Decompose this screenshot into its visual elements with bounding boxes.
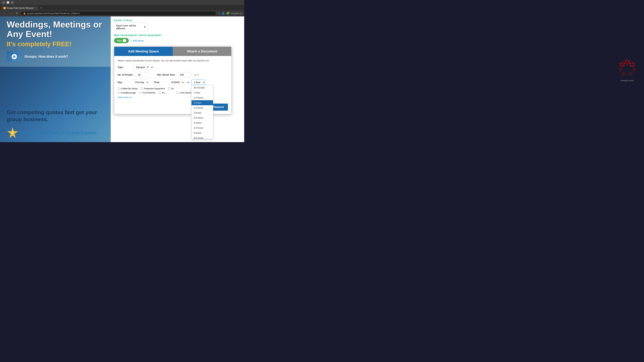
hero-text-overlay: Weddings, Meetings or Any Event! It's co… — [7, 20, 104, 62]
dropdown-item[interactable]: 1 hour — [192, 90, 213, 95]
maximize-button[interactable]: ⬜ — [6, 1, 10, 4]
type-row: Type: Banquet - 5' — [118, 64, 228, 70]
back-button[interactable]: ← — [2, 11, 7, 15]
dropdown-scroll[interactable]: 30 minutes1 hour1.5 hours2 hours2.5 hour… — [192, 85, 213, 139]
type-select[interactable]: Banquet - 5' — [134, 64, 154, 70]
food-label: Food/Beverage — [121, 91, 136, 94]
day-select[interactable]: First day — [133, 80, 149, 85]
add-more-button[interactable]: + Add More — [131, 39, 144, 42]
projection-label: Projection Equipment — [144, 87, 165, 90]
hero-bottom: Get competing quotes fast get your group… — [7, 109, 104, 139]
checkbox-coffee[interactable]: Coffee/Tea Setup — [118, 87, 138, 90]
dropdown-item[interactable]: 3 hours — [192, 110, 213, 115]
video-section: Groups: How does it work? — [7, 51, 104, 62]
address-actions: ☆ 👤 🧩 Incognito (2) — [218, 12, 242, 15]
modal-body: Attach a space specification to your req… — [114, 56, 231, 114]
bookmark-icon[interactable]: ☆ — [218, 12, 220, 15]
time-select[interactable]: 9:00AM — [169, 80, 184, 85]
toggle-yes-button[interactable]: YES — [114, 38, 129, 43]
whiteboard-checkbox[interactable] — [168, 87, 170, 90]
page-content: Weddings, Meetings or Any Event! It's co… — [0, 16, 244, 142]
expert-text: Experienced Team of Global Experts — [21, 130, 96, 135]
badge-star-svg: ✓ — [7, 127, 18, 139]
day-time-row: Day: First day Time: 9:00AM for 1 hour — [118, 80, 228, 85]
right-sidebar: ROOM TYPE(S) Each room will be different… — [111, 16, 244, 142]
food-checkbox[interactable] — [118, 92, 120, 94]
reload-button[interactable]: ↻ — [15, 11, 19, 15]
dropdown-item[interactable]: 4 hours — [192, 120, 213, 125]
dropdown-item[interactable]: 5.5 hours — [192, 135, 213, 139]
hero-title: Weddings, Meetings or Any Event! — [7, 20, 104, 39]
extensions-icon[interactable]: 🧩 — [226, 12, 230, 15]
people-room-row: No. of People: Min. Room Size: sq. ft. — [118, 72, 228, 77]
sq-ft-label: sq. ft. — [194, 73, 200, 76]
coffee-label: Coffee/Tea Setup — [121, 87, 138, 90]
day-label: Day: — [118, 81, 131, 84]
competing-quotes-text: Get competing quotes fast get your group… — [7, 109, 104, 123]
dropdown-item[interactable]: 1.5 hours — [192, 95, 213, 100]
video-thumbnail[interactable] — [7, 51, 22, 62]
po-label: Po... — [162, 91, 166, 94]
close-button[interactable]: ✕ — [11, 1, 14, 4]
tv-checkbox[interactable] — [139, 92, 141, 94]
checkbox-food[interactable]: Food/Beverage — [118, 91, 136, 94]
url-bar[interactable]: 🔒 groups.expedia.com/Group-Rate/?locale=… — [21, 11, 216, 15]
toggle-yes-label: YES — [117, 39, 122, 42]
projection-checkbox[interactable] — [141, 87, 143, 90]
dropdown-item[interactable]: 3.5 hours — [192, 115, 213, 120]
dropdown-item[interactable]: 30 minutes — [192, 85, 213, 90]
duration-select[interactable]: 1 hour — [191, 80, 205, 85]
people-input[interactable] — [136, 72, 150, 77]
meeting-label: MEETING/BANQUET SPACE REQUIRED? — [114, 34, 241, 36]
hero-free-text: It's completely FREE! — [7, 40, 104, 48]
forward-button[interactable]: → — [8, 11, 13, 15]
svg-text:✓: ✓ — [12, 131, 14, 135]
tab-favicon: Z — [3, 7, 6, 9]
checkbox-po[interactable]: Po... — [159, 91, 166, 94]
attach-document-tab[interactable]: Attach a Document — [173, 47, 231, 56]
dropdown-item[interactable]: 2.5 hours — [192, 105, 213, 110]
title-bar: — ⬜ ✕ — [0, 0, 244, 5]
type-label: Type: — [118, 66, 131, 68]
checkbox-projection[interactable]: Projection Equipment — [141, 87, 165, 90]
duration-wrapper: 1 hour 30 minutes1 hour1.5 hours2 hours2… — [191, 80, 205, 85]
new-tab-button[interactable]: + — [39, 6, 43, 10]
dropdown-item[interactable]: 4.5 hours — [192, 125, 213, 130]
whiteboard-label: W... — [172, 87, 175, 90]
room-size-input[interactable] — [178, 72, 191, 77]
po-checkbox[interactable] — [159, 92, 161, 94]
show-more-button[interactable]: Show more (+) — [118, 96, 132, 98]
for-label: for — [187, 81, 190, 84]
meeting-toggle-row: YES + Add More — [114, 38, 241, 43]
room-type-value: Each room will be different — [116, 24, 144, 30]
lan-checkbox[interactable] — [176, 92, 178, 94]
window-controls: — ⬜ ✕ — [2, 1, 14, 4]
checkbox-tv[interactable]: TV/VCR/DVD — [139, 91, 156, 94]
url-text: groups.expedia.com/Group-Rate/?locale=en… — [27, 12, 80, 14]
browser-chrome: — ⬜ ✕ Z Group Hotel Quote Request ✕ + ← … — [0, 0, 244, 16]
checkbox-whiteboard[interactable]: W... — [168, 87, 175, 90]
video-label[interactable]: Groups: How does it work? — [24, 55, 68, 58]
active-tab[interactable]: Z Group Hotel Quote Request ✕ — [1, 6, 38, 10]
room-type-chevron: ▾ — [144, 25, 146, 28]
tv-label: TV/VCR/DVD — [142, 91, 156, 94]
add-meeting-space-tab[interactable]: Add Meeting Space — [114, 47, 173, 56]
lan-label: LAN Internet — [180, 91, 192, 94]
address-bar: ← → ↻ 🔒 groups.expedia.com/Group-Rate/?l… — [0, 10, 244, 16]
duration-dropdown: 30 minutes1 hour1.5 hours2 hours2.5 hour… — [191, 85, 213, 139]
modal-description: Attach a space specification to your req… — [118, 59, 228, 62]
dropdown-item[interactable]: 5 hours — [192, 130, 213, 135]
room-type-select[interactable]: Each room will be different ▾ — [114, 23, 148, 31]
toggle-circle — [123, 39, 126, 42]
tab-bar: Z Group Hotel Quote Request ✕ + — [0, 5, 244, 10]
tab-close-icon[interactable]: ✕ — [35, 7, 36, 9]
profile-icon[interactable]: 👤 — [222, 12, 225, 15]
minimize-button[interactable]: — — [2, 1, 5, 4]
dropdown-item[interactable]: 2 hours — [192, 100, 213, 105]
coffee-checkbox[interactable] — [118, 87, 120, 90]
play-button[interactable] — [12, 54, 17, 59]
time-label: Time: — [154, 81, 167, 84]
hero-panel: Weddings, Meetings or Any Event! It's co… — [0, 16, 111, 142]
modal-tabs: Add Meeting Space Attach a Document — [114, 47, 231, 56]
incognito-label: Incognito (2) — [231, 12, 242, 14]
